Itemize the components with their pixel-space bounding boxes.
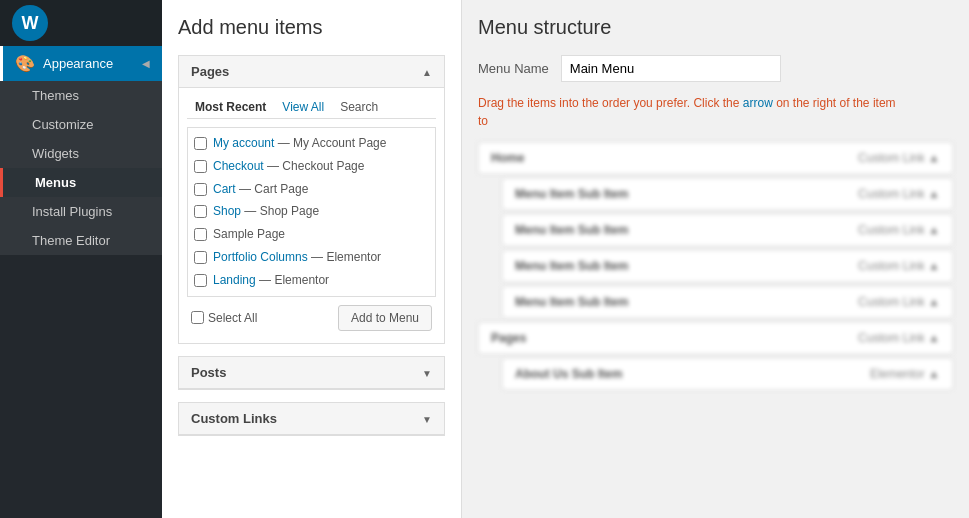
sidebar-item-appearance[interactable]: 🎨 Appearance ◀ <box>0 46 162 81</box>
menu-row-type: Custom Link ▲ <box>858 223 940 237</box>
pages-list: My account — My Account Page Checkout — … <box>187 127 436 297</box>
sidebar-item-theme-editor[interactable]: Theme Editor <box>0 226 162 255</box>
menu-row-type: Elementor ▲ <box>870 367 940 381</box>
menu-row[interactable]: Menu Item Sub Item Custom Link ▲ <box>502 178 953 210</box>
widgets-label: Widgets <box>32 146 79 161</box>
menu-row[interactable]: Menu Item Sub Item Custom Link ▲ <box>502 286 953 318</box>
menu-name-label: Menu Name <box>478 61 549 76</box>
menu-row[interactable]: Menu Item Sub Item Custom Link ▲ <box>502 214 953 246</box>
menu-row-type: Custom Link ▲ <box>858 331 940 345</box>
pages-section-footer: Select All Add to Menu <box>187 297 436 335</box>
sidebar-item-menus[interactable]: Menus <box>0 168 162 197</box>
menu-structure-list: Home Custom Link ▲ Menu Item Sub Item Cu… <box>478 142 953 390</box>
menu-name-row: Menu Name <box>478 55 953 82</box>
menu-row-label: Menu Item Sub Item <box>515 295 628 309</box>
page-checkbox-checkout[interactable] <box>194 160 207 173</box>
install-plugins-label: Install Plugins <box>32 204 112 219</box>
pages-chevron-icon <box>422 64 432 79</box>
menu-structure-panel: Menu structure Menu Name Drag the items … <box>462 0 969 518</box>
sidebar-item-install-plugins[interactable]: Install Plugins <box>0 197 162 226</box>
menu-row-label: Menu Item Sub Item <box>515 187 628 201</box>
menu-row-type: Custom Link ▲ <box>858 259 940 273</box>
appearance-icon: 🎨 <box>15 54 35 73</box>
custom-links-section: Custom Links <box>178 402 445 436</box>
sidebar-item-themes[interactable]: Themes <box>0 81 162 110</box>
menu-row-type: Custom Link ▲ <box>858 151 940 165</box>
menu-row-label: Menu Item Sub Item <box>515 223 628 237</box>
list-item: Cart — Cart Page <box>188 178 435 201</box>
menu-row-label: Menu Item Sub Item <box>515 259 628 273</box>
select-all-wrap: Select All <box>191 311 257 325</box>
main-content: Add menu items Pages Most Recent View Al… <box>162 0 969 518</box>
pages-section-title: Pages <box>191 64 229 79</box>
drag-hint: Drag the items into the order you prefer… <box>478 94 898 130</box>
appearance-submenu: Themes Customize Widgets Menus Install P… <box>0 81 162 255</box>
page-label-cart: Cart — Cart Page <box>213 181 308 198</box>
posts-section: Posts <box>178 356 445 390</box>
page-checkbox-cart[interactable] <box>194 183 207 196</box>
page-checkbox-sample-page[interactable] <box>194 228 207 241</box>
menu-row[interactable]: Menu Item Sub Item Custom Link ▲ <box>502 250 953 282</box>
add-to-menu-button[interactable]: Add to Menu <box>338 305 432 331</box>
menu-row-type: Custom Link ▲ <box>858 187 940 201</box>
sidebar: W 🎨 Appearance ◀ Themes Customize Widget… <box>0 0 162 518</box>
sidebar-item-customize[interactable]: Customize <box>0 110 162 139</box>
posts-section-title: Posts <box>191 365 226 380</box>
customize-label: Customize <box>32 117 93 132</box>
menu-row-label: Pages <box>491 331 526 345</box>
select-all-checkbox[interactable] <box>191 311 204 324</box>
tab-view-all[interactable]: View All <box>274 96 332 118</box>
pages-section-header[interactable]: Pages <box>179 56 444 88</box>
pages-section: Pages Most Recent View All Search My ac <box>178 55 445 344</box>
menu-row-label: Home <box>491 151 524 165</box>
themes-label: Themes <box>32 88 79 103</box>
page-label-sample-page: Sample Page <box>213 226 285 243</box>
custom-links-section-header[interactable]: Custom Links <box>179 403 444 435</box>
menu-structure-title: Menu structure <box>478 16 953 39</box>
pages-tabs: Most Recent View All Search <box>187 96 436 119</box>
add-menu-items-title: Add menu items <box>178 16 445 39</box>
menu-row-label: About Us Sub Item <box>515 367 622 381</box>
page-checkbox-shop[interactable] <box>194 205 207 218</box>
list-item: Checkout — Checkout Page <box>188 155 435 178</box>
sidebar-item-widgets[interactable]: Widgets <box>0 139 162 168</box>
custom-links-section-title: Custom Links <box>191 411 277 426</box>
page-checkbox-portfolio[interactable] <box>194 251 207 264</box>
page-checkbox-landing[interactable] <box>194 274 207 287</box>
list-item: Sample Page <box>188 223 435 246</box>
select-all-label: Select All <box>208 311 257 325</box>
page-label-landing: Landing — Elementor <box>213 272 329 289</box>
sidebar-nav: 🎨 Appearance ◀ Themes Customize Widgets … <box>0 46 162 518</box>
appearance-arrow: ◀ <box>142 58 150 69</box>
list-item: Portfolio Columns — Elementor <box>188 246 435 269</box>
menus-label: Menus <box>35 175 76 190</box>
pages-section-body: Most Recent View All Search My account —… <box>179 88 444 343</box>
list-item: Landing — Elementor <box>188 269 435 292</box>
page-label-shop: Shop — Shop Page <box>213 203 319 220</box>
list-item: My account — My Account Page <box>188 132 435 155</box>
page-checkbox-my-account[interactable] <box>194 137 207 150</box>
wp-logo-icon: W <box>12 5 48 41</box>
tab-search[interactable]: Search <box>332 96 386 118</box>
menu-row-type: Custom Link ▲ <box>858 295 940 309</box>
tab-most-recent[interactable]: Most Recent <box>187 96 274 118</box>
theme-editor-label: Theme Editor <box>32 233 110 248</box>
drag-hint-link: arrow <box>743 96 773 110</box>
appearance-label: Appearance <box>43 56 113 71</box>
menu-name-input[interactable] <box>561 55 781 82</box>
menu-row[interactable]: Pages Custom Link ▲ <box>478 322 953 354</box>
custom-links-chevron-icon <box>422 411 432 426</box>
list-item: Shop — Shop Page <box>188 200 435 223</box>
add-menu-items-panel: Add menu items Pages Most Recent View Al… <box>162 0 462 518</box>
page-label-checkout: Checkout — Checkout Page <box>213 158 364 175</box>
posts-chevron-icon <box>422 365 432 380</box>
posts-section-header[interactable]: Posts <box>179 357 444 389</box>
sidebar-logo: W <box>0 0 162 46</box>
menu-row[interactable]: About Us Sub Item Elementor ▲ <box>502 358 953 390</box>
page-label-portfolio: Portfolio Columns — Elementor <box>213 249 381 266</box>
page-label-my-account: My account — My Account Page <box>213 135 386 152</box>
menu-row[interactable]: Home Custom Link ▲ <box>478 142 953 174</box>
